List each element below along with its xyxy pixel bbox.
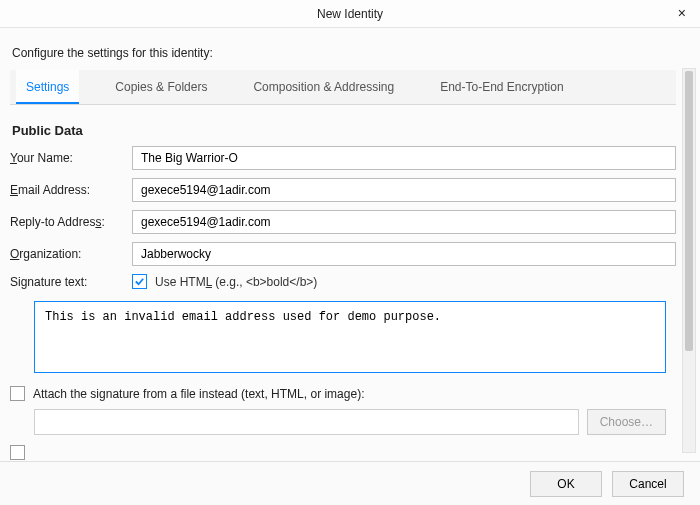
checkmark-icon <box>134 276 145 287</box>
section-public-data: Public Data <box>10 105 676 146</box>
email-address-input[interactable] <box>132 178 676 202</box>
reply-to-address-input[interactable] <box>132 210 676 234</box>
dialog-footer: OK Cancel <box>0 461 700 505</box>
label-organization: Organization: <box>10 247 132 261</box>
attach-from-file-checkbox[interactable] <box>10 386 25 401</box>
vertical-scrollbar[interactable] <box>682 68 696 453</box>
cutoff-checkbox[interactable] <box>10 445 25 460</box>
cancel-button[interactable]: Cancel <box>612 471 684 497</box>
use-html-checkbox[interactable] <box>132 274 147 289</box>
tab-end-to-end-encryption[interactable]: End-To-End Encryption <box>430 70 573 104</box>
window-title: New Identity <box>317 7 383 21</box>
organization-input[interactable] <box>132 242 676 266</box>
ok-button[interactable]: OK <box>530 471 602 497</box>
tab-composition-addressing[interactable]: Composition & Addressing <box>243 70 404 104</box>
title-bar: New Identity × <box>0 0 700 28</box>
attach-from-file-label: Attach the signature from a file instead… <box>33 387 365 401</box>
label-your-name: Your Name: <box>10 151 132 165</box>
signature-file-path-input[interactable] <box>34 409 579 435</box>
tab-copies-folders[interactable]: Copies & Folders <box>105 70 217 104</box>
use-html-label: Use HTML (e.g., <b>bold</b>) <box>155 275 317 289</box>
dialog-body: Configure the settings for this identity… <box>0 28 700 461</box>
label-email-address: Email Address: <box>10 183 132 197</box>
signature-text-input[interactable] <box>34 301 666 373</box>
tabs: Settings Copies & Folders Composition & … <box>10 70 676 105</box>
your-name-input[interactable] <box>132 146 676 170</box>
scrollbar-thumb[interactable] <box>685 71 693 351</box>
label-signature-text: Signature text: <box>10 275 132 289</box>
label-reply-to-address: Reply-to Address: <box>10 215 132 229</box>
close-icon[interactable]: × <box>672 4 692 22</box>
tab-settings[interactable]: Settings <box>16 70 79 104</box>
choose-button[interactable]: Choose… <box>587 409 666 435</box>
intro-text: Configure the settings for this identity… <box>10 40 676 70</box>
